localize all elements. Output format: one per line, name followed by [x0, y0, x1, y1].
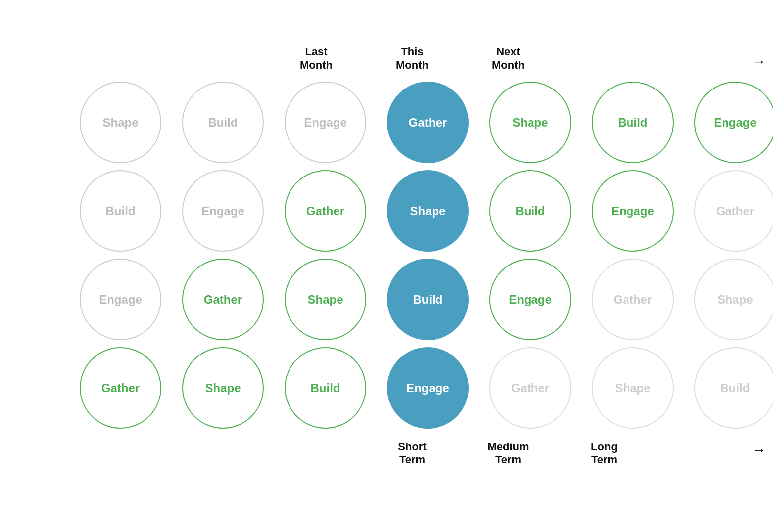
circle-r1-c0[interactable]: Build	[80, 170, 161, 252]
circle-r3-c5[interactable]: Shape	[592, 347, 674, 429]
circle-r0-c2[interactable]: Engage	[285, 82, 366, 163]
circle-r2-c6[interactable]: Shape	[694, 259, 773, 340]
circle-r2-c1[interactable]: Gather	[182, 259, 264, 340]
grid-row-3: GatherShapeBuildEngageGatherShapeBuild	[80, 347, 693, 429]
circle-r3-c0[interactable]: Gather	[80, 347, 161, 429]
grid-row-0: ShapeBuildEngageGatherShapeBuildEngage	[80, 82, 693, 163]
circle-r3-c2[interactable]: Build	[285, 347, 366, 429]
grid: ShapeBuildEngageGatherShapeBuildEngageBu…	[80, 82, 693, 429]
grid-row-2: EngageGatherShapeBuildEngageGatherShape	[80, 259, 693, 340]
bottom-arrow: →	[752, 441, 766, 458]
circle-r0-c0[interactable]: Shape	[80, 82, 161, 163]
main-container: Last Month This Month Next Month → Shape…	[60, 36, 713, 496]
circle-r2-c2[interactable]: Shape	[285, 259, 366, 340]
header-row: Last Month This Month Next Month →	[80, 45, 693, 72]
circle-r0-c5[interactable]: Build	[592, 82, 674, 163]
header-arrow: →	[752, 54, 766, 72]
bottom-labels: Short Term Medium Term Long Term →	[80, 441, 693, 467]
label-long-term: Long Term	[560, 441, 649, 467]
circle-r0-c1[interactable]: Build	[182, 82, 264, 163]
circle-r2-c5[interactable]: Gather	[592, 259, 674, 340]
header-next-month: Next Month	[464, 45, 553, 72]
circle-r1-c4[interactable]: Build	[489, 170, 571, 252]
circle-r1-c3[interactable]: Shape	[387, 170, 469, 252]
circle-r2-c3[interactable]: Build	[387, 259, 469, 340]
circle-r1-c5[interactable]: Engage	[592, 170, 674, 252]
circle-r3-c4[interactable]: Gather	[489, 347, 571, 429]
circle-r2-c0[interactable]: Engage	[80, 259, 161, 340]
circle-r0-c3[interactable]: Gather	[387, 82, 469, 163]
label-medium-term: Medium Term	[464, 441, 553, 467]
header-last-month: Last Month	[272, 45, 361, 72]
grid-row-1: BuildEngageGatherShapeBuildEngageGather	[80, 170, 693, 252]
circle-r3-c6[interactable]: Build	[694, 347, 773, 429]
circle-r3-c3[interactable]: Engage	[387, 347, 469, 429]
circle-r1-c1[interactable]: Engage	[182, 170, 264, 252]
header-this-month: This Month	[368, 45, 457, 72]
circle-r3-c1[interactable]: Shape	[182, 347, 264, 429]
circle-r1-c2[interactable]: Gather	[285, 170, 366, 252]
circle-r2-c4[interactable]: Engage	[489, 259, 571, 340]
circle-r0-c4[interactable]: Shape	[489, 82, 571, 163]
circle-r1-c6[interactable]: Gather	[694, 170, 773, 252]
label-short-term: Short Term	[368, 441, 457, 467]
circle-r0-c6[interactable]: Engage	[694, 82, 773, 163]
